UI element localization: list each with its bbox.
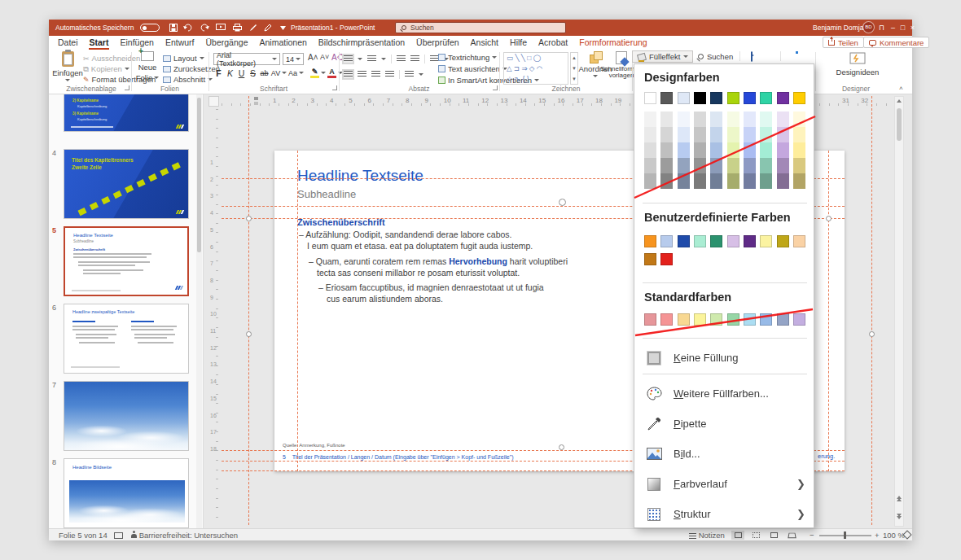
color-swatch[interactable] [644, 158, 656, 173]
slide-sorter-view-button[interactable] [749, 531, 762, 540]
color-swatch[interactable] [744, 158, 756, 173]
color-swatch[interactable] [727, 112, 739, 127]
previous-slide-button[interactable] [895, 493, 903, 501]
font-size-select[interactable]: 14 [283, 53, 304, 65]
find-button[interactable]: Suchen [694, 50, 737, 63]
indent-marker[interactable] [254, 97, 258, 100]
color-swatch[interactable] [777, 158, 789, 173]
zoom-out-button[interactable]: − [810, 529, 814, 541]
color-swatch[interactable] [678, 92, 690, 104]
rotate-handle[interactable] [559, 199, 566, 206]
bold-button[interactable]: F [213, 68, 224, 78]
italic-button[interactable]: K [225, 68, 235, 78]
color-swatch[interactable] [678, 173, 690, 189]
color-swatch[interactable] [644, 235, 656, 247]
scroll-up-icon[interactable] [897, 99, 902, 103]
selection-handle[interactable] [826, 216, 832, 221]
comments-button[interactable]: Kommentare [863, 37, 929, 48]
draw-pen-icon[interactable] [248, 22, 259, 33]
avatar[interactable]: BD [863, 22, 874, 33]
save-icon[interactable] [168, 22, 179, 33]
color-swatch[interactable] [660, 235, 673, 247]
align-center-icon[interactable] [358, 71, 366, 78]
slide-thumbnail-6[interactable]: Headline zweispaltige Textseite [64, 304, 189, 374]
color-swatch[interactable] [660, 92, 673, 104]
tab-start[interactable]: Start [84, 36, 115, 50]
selection-handle[interactable] [246, 216, 252, 221]
color-swatch[interactable] [694, 92, 706, 104]
color-swatch[interactable] [710, 173, 722, 189]
color-swatch[interactable] [760, 92, 772, 104]
slide-thumbnail-5[interactable]: Headline Textseite Subheadline Zwischenü… [64, 226, 189, 296]
paragraph-dialog-launcher[interactable] [493, 85, 498, 90]
color-swatch[interactable] [694, 313, 706, 326]
slide-count-label[interactable]: Folie 5 von 14 [59, 529, 108, 541]
tab-datei[interactable]: Datei [52, 36, 84, 50]
color-swatch[interactable] [644, 92, 656, 104]
color-swatch[interactable] [760, 235, 772, 247]
color-swatch[interactable] [644, 142, 656, 158]
align-right-icon[interactable] [371, 71, 380, 78]
reset-button[interactable]: Zurücksetzen [163, 63, 220, 74]
font-color-button[interactable]: A [327, 68, 337, 78]
color-swatch[interactable] [644, 112, 656, 127]
share-button[interactable]: Teilen [823, 37, 864, 48]
color-swatch[interactable] [793, 92, 805, 104]
color-swatch[interactable] [694, 142, 706, 158]
color-swatch[interactable] [660, 173, 673, 189]
align-text-button[interactable]: Text ausrichten [438, 64, 507, 73]
color-swatch[interactable] [660, 142, 673, 158]
section-button[interactable]: Abschnitt [163, 74, 213, 85]
guide-line[interactable] [248, 96, 249, 525]
font-name-select[interactable]: Arial (Textkörper) [213, 53, 280, 65]
ribbon-display-options-icon[interactable]: ⊓ [876, 20, 887, 36]
color-swatch[interactable] [644, 127, 656, 142]
color-swatch[interactable] [694, 158, 706, 173]
color-swatch[interactable] [760, 158, 772, 173]
color-swatch[interactable] [678, 112, 690, 127]
color-swatch[interactable] [727, 92, 739, 104]
redo-icon[interactable] [199, 22, 210, 33]
tab-übergänge[interactable]: Übergänge [200, 36, 254, 50]
color-swatch[interactable] [760, 127, 772, 142]
search-input[interactable]: Suchen [395, 22, 566, 33]
menu-item-keine-füllung[interactable]: Keine Füllung [634, 343, 815, 373]
reading-view-button[interactable] [767, 531, 780, 540]
menu-item-struktur[interactable]: Struktur❯ [634, 499, 815, 529]
tab-ansicht[interactable]: Ansicht [465, 36, 504, 50]
color-swatch[interactable] [644, 173, 656, 189]
undo-icon[interactable] [182, 22, 194, 33]
thumbnail-scrollbar[interactable] [196, 94, 202, 528]
shape-gallery-scroll[interactable]: ▲▼▼ [570, 52, 578, 85]
color-swatch[interactable] [777, 112, 789, 127]
color-swatch[interactable] [777, 235, 789, 247]
copy-button[interactable]: ⧉Kopieren [83, 63, 129, 74]
increase-indent-icon[interactable] [410, 55, 419, 63]
zoom-in-button[interactable]: + [875, 529, 880, 541]
selection-handle[interactable] [246, 331, 252, 337]
quick-styles-button[interactable]: Schnellformat-vorlagen [611, 51, 632, 89]
color-swatch[interactable] [744, 112, 756, 127]
start-presentation-icon[interactable] [215, 22, 226, 33]
color-swatch[interactable] [678, 127, 690, 142]
color-swatch[interactable] [793, 235, 805, 247]
color-swatch[interactable] [744, 313, 756, 326]
color-swatch[interactable] [660, 127, 673, 142]
color-swatch[interactable] [710, 313, 722, 326]
color-swatch[interactable] [678, 313, 690, 326]
autosave-toggle[interactable] [140, 24, 160, 32]
color-swatch[interactable] [694, 173, 706, 189]
selection-handle[interactable] [869, 331, 875, 337]
replace-icon[interactable] [751, 52, 753, 61]
color-swatch[interactable] [793, 142, 805, 158]
paste-button[interactable]: Einfügen [55, 51, 80, 89]
slide-thumbnail-4[interactable]: Titel des Kapiteltrenners Zweite Zeile [64, 149, 189, 219]
guide-line[interactable] [871, 96, 872, 525]
design-ideas-button[interactable]: Designideen [829, 51, 886, 89]
color-swatch[interactable] [744, 127, 756, 142]
menu-item-weitere-füllfarben[interactable]: Weitere Füllfarben... [634, 378, 815, 409]
character-spacing-button[interactable]: AV [270, 69, 281, 77]
slide-thumbnail-8[interactable]: Headline Bildseite [64, 458, 189, 528]
color-swatch[interactable] [710, 92, 722, 104]
font-dialog-launcher[interactable] [332, 85, 337, 90]
